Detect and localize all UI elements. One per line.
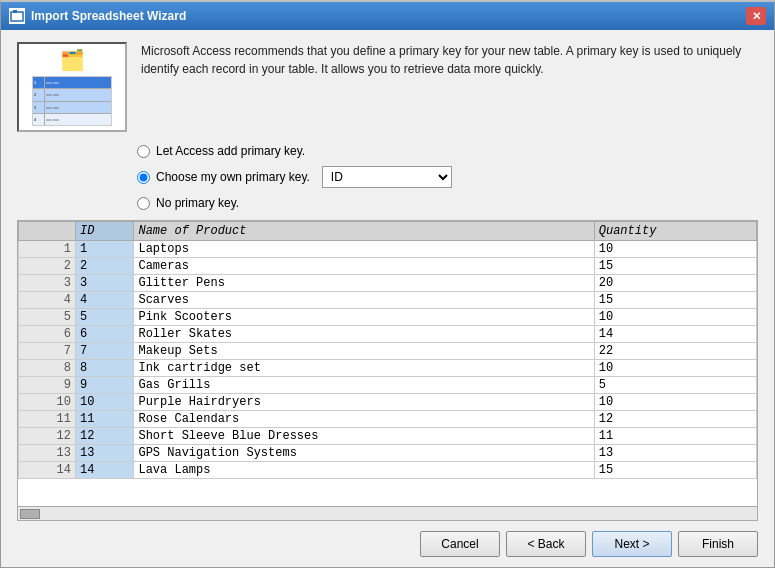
- cell-qty: 20: [594, 275, 756, 292]
- radio-own-pk-label[interactable]: Choose my own primary key.: [156, 170, 310, 184]
- pk-dropdown[interactable]: ID Name of Product Quantity: [322, 166, 452, 188]
- cell-id: 8: [76, 360, 134, 377]
- table-row: 11 11 Rose Calendars 12: [19, 411, 757, 428]
- cell-rownum: 1: [19, 241, 76, 258]
- close-button[interactable]: ✕: [746, 7, 766, 25]
- table-body: 1 1 Laptops 10 2 2 Cameras 15 3 3 Glitte…: [19, 241, 757, 479]
- table-row: 7 7 Makeup Sets 22: [19, 343, 757, 360]
- radio-no-pk[interactable]: No primary key.: [137, 196, 758, 210]
- cell-name: Scarves: [134, 292, 594, 309]
- next-button[interactable]: Next >: [592, 531, 672, 557]
- col-header-id: ID: [76, 222, 134, 241]
- radio-no-pk-label[interactable]: No primary key.: [156, 196, 239, 210]
- cell-qty: 10: [594, 241, 756, 258]
- table-row: 14 14 Lava Lamps 15: [19, 462, 757, 479]
- window-title: Import Spreadsheet Wizard: [31, 9, 186, 23]
- cell-qty: 10: [594, 394, 756, 411]
- table-row: 12 12 Short Sleeve Blue Dresses 11: [19, 428, 757, 445]
- radio-let-access[interactable]: Let Access add primary key.: [137, 144, 758, 158]
- radio-own-pk-input[interactable]: [137, 171, 150, 184]
- cell-rownum: 7: [19, 343, 76, 360]
- cell-qty: 15: [594, 258, 756, 275]
- cell-id: 6: [76, 326, 134, 343]
- table-row: 9 9 Gas Grills 5: [19, 377, 757, 394]
- table-row: 5 5 Pink Scooters 10: [19, 309, 757, 326]
- cell-qty: 10: [594, 360, 756, 377]
- cell-rownum: 6: [19, 326, 76, 343]
- cell-qty: 5: [594, 377, 756, 394]
- svg-rect-1: [13, 10, 17, 13]
- footer-buttons: Cancel < Back Next > Finish: [17, 521, 758, 557]
- cell-name: GPS Navigation Systems: [134, 445, 594, 462]
- cell-rownum: 13: [19, 445, 76, 462]
- cell-rownum: 14: [19, 462, 76, 479]
- table-row: 6 6 Roller Skates 14: [19, 326, 757, 343]
- cell-rownum: 11: [19, 411, 76, 428]
- radio-own-pk[interactable]: Choose my own primary key. ID Name of Pr…: [137, 166, 758, 188]
- cell-id: 3: [76, 275, 134, 292]
- cell-id: 5: [76, 309, 134, 326]
- radio-let-access-input[interactable]: [137, 145, 150, 158]
- cell-qty: 12: [594, 411, 756, 428]
- wizard-content: 🗂️ 1 xxx xxx 2 xxx xxx 3 xxx xxx: [1, 30, 774, 567]
- cell-qty: 15: [594, 462, 756, 479]
- cell-name: Cameras: [134, 258, 594, 275]
- cell-name: Purple Hairdryers: [134, 394, 594, 411]
- cell-qty: 22: [594, 343, 756, 360]
- cell-rownum: 5: [19, 309, 76, 326]
- table-row: 8 8 Ink cartridge set 10: [19, 360, 757, 377]
- pk-dropdown-wrap[interactable]: ID Name of Product Quantity: [322, 166, 452, 188]
- cell-id: 14: [76, 462, 134, 479]
- cell-id: 11: [76, 411, 134, 428]
- col-header-rownum: [19, 222, 76, 241]
- cell-id: 12: [76, 428, 134, 445]
- cancel-button[interactable]: Cancel: [420, 531, 500, 557]
- table-header-row: ID Name of Product Quantity: [19, 222, 757, 241]
- finish-button[interactable]: Finish: [678, 531, 758, 557]
- cell-qty: 10: [594, 309, 756, 326]
- data-preview-table: ID Name of Product Quantity 1 1 Laptops …: [17, 220, 758, 521]
- cell-id: 4: [76, 292, 134, 309]
- cell-name: Glitter Pens: [134, 275, 594, 292]
- cell-name: Short Sleeve Blue Dresses: [134, 428, 594, 445]
- table-scroll-area[interactable]: ID Name of Product Quantity 1 1 Laptops …: [18, 221, 757, 506]
- spreadsheet-table: ID Name of Product Quantity 1 1 Laptops …: [18, 221, 757, 479]
- cell-qty: 15: [594, 292, 756, 309]
- cell-rownum: 12: [19, 428, 76, 445]
- cell-id: 2: [76, 258, 134, 275]
- cell-rownum: 4: [19, 292, 76, 309]
- cell-rownum: 10: [19, 394, 76, 411]
- wizard-description: Microsoft Access recommends that you def…: [141, 42, 758, 132]
- cell-name: Gas Grills: [134, 377, 594, 394]
- cell-rownum: 9: [19, 377, 76, 394]
- cell-name: Roller Skates: [134, 326, 594, 343]
- cell-id: 10: [76, 394, 134, 411]
- radio-no-pk-input[interactable]: [137, 197, 150, 210]
- table-row: 13 13 GPS Navigation Systems 13: [19, 445, 757, 462]
- cell-name: Rose Calendars: [134, 411, 594, 428]
- top-section: 🗂️ 1 xxx xxx 2 xxx xxx 3 xxx xxx: [17, 42, 758, 132]
- preview-image: 🗂️ 1 xxx xxx 2 xxx xxx 3 xxx xxx: [17, 42, 127, 132]
- horizontal-scrollbar[interactable]: [18, 506, 757, 520]
- table-row: 1 1 Laptops 10: [19, 241, 757, 258]
- cell-name: Ink cartridge set: [134, 360, 594, 377]
- table-row: 4 4 Scarves 15: [19, 292, 757, 309]
- cell-name: Laptops: [134, 241, 594, 258]
- radio-let-access-label[interactable]: Let Access add primary key.: [156, 144, 305, 158]
- cell-id: 13: [76, 445, 134, 462]
- cell-rownum: 2: [19, 258, 76, 275]
- table-row: 10 10 Purple Hairdryers 10: [19, 394, 757, 411]
- cell-qty: 11: [594, 428, 756, 445]
- cell-qty: 14: [594, 326, 756, 343]
- cell-name: Pink Scooters: [134, 309, 594, 326]
- cell-id: 7: [76, 343, 134, 360]
- primary-key-options: Let Access add primary key. Choose my ow…: [17, 144, 758, 210]
- cell-qty: 13: [594, 445, 756, 462]
- cell-id: 1: [76, 241, 134, 258]
- cell-rownum: 3: [19, 275, 76, 292]
- window-icon: [9, 8, 25, 24]
- back-button[interactable]: < Back: [506, 531, 586, 557]
- col-header-qty: Quantity: [594, 222, 756, 241]
- cell-rownum: 8: [19, 360, 76, 377]
- cell-name: Makeup Sets: [134, 343, 594, 360]
